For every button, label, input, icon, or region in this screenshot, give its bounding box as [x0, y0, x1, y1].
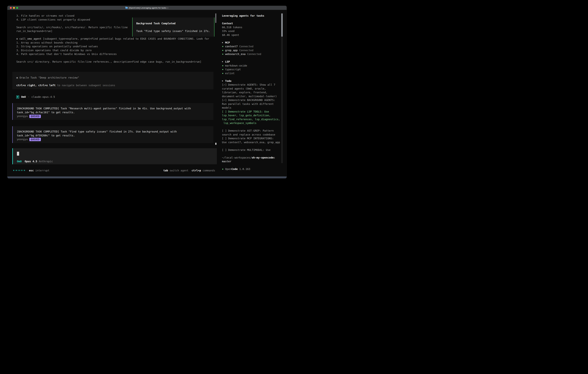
task-message-line: task_id="bg_dcfac161" to get results. [17, 111, 213, 114]
todo-line-active: [ ] Demonstrate LSP TOOLS: Use [222, 110, 282, 114]
status-dot-icon [222, 73, 223, 74]
terminal-line: 4. Path operations that don't handle Win… [16, 52, 215, 56]
version-line: OpenCode1.0.163 [222, 167, 282, 171]
hint-keys: ctrl+x right, ctrl+x left [16, 84, 56, 87]
terminal-line: 3. Division operations that could divide… [16, 48, 215, 52]
todo-line-done: Run parallel tasks with different [222, 102, 282, 106]
status-dot-icon [222, 46, 223, 47]
desktop: [OpenCode] Leveraging agents for tasks◐ … [0, 0, 294, 187]
task-meta-line: yeongyuQUEUED [17, 137, 213, 141]
mcp-item-name: grep_app [225, 49, 238, 52]
input-agent: OmO [17, 160, 22, 163]
input-provider: Anthropic [39, 160, 53, 163]
lsp-section-header: ▼LSP [222, 60, 282, 64]
window-bottom-edge [7, 177, 287, 178]
toast-title: Background Task Completed [136, 21, 214, 25]
blank-line [136, 25, 214, 29]
task-author: yeongyu [17, 114, 28, 118]
window-title-text: [OpenCode] Leveraging agents for tasks [129, 7, 166, 9]
todo-line-done: curated agents (OmO, oracle, [222, 87, 282, 91]
record-icon: ◉ [16, 76, 18, 79]
status-dot-icon [222, 65, 223, 66]
workspace-repo: oh-my-opencode: [252, 156, 275, 159]
input-meta: OmOOpus 4.5Anthropic [17, 159, 53, 163]
traffic-lights [10, 6, 18, 10]
prompt-input[interactable]: OmOOpus 4.5Anthropic [12, 148, 217, 164]
workspace-path: ~/local-workspaces/oh-my-opencode: [222, 156, 282, 160]
hint-text: to navigate between subagent sessions [56, 84, 115, 87]
toast-body: Task "Find type safety issues" finished … [136, 29, 214, 33]
oracle-task-box: ◉Oracle Task "Deep architecture review" … [12, 72, 213, 89]
spinner-dots-icon [13, 170, 25, 171]
todo-line-pending: search and replace across codebase [222, 133, 282, 137]
lsp-heading: LSP [225, 60, 230, 63]
todo-line-pending: [ ] Demonstrate AST-GREP: Pattern [222, 129, 282, 133]
status-dot-icon [222, 54, 223, 55]
mcp-item-name: websearch_exa [225, 52, 246, 55]
collapse-triangle-icon: ▼ [222, 60, 223, 64]
session-indicator-icon: ◐ [168, 7, 168, 9]
status-badge: QUEUED [29, 138, 41, 141]
todo-line-done: [✓] Demonstrate AGENTS: Show all 7 [222, 83, 282, 87]
tool-call-line: ⚙call_omo_agent[subagent_type=explore, p… [16, 37, 215, 41]
task-meta-line: yeongyuQUEUED [17, 114, 213, 118]
blank-line [16, 56, 215, 60]
sidebar: Leveraging agents for tasks Context 66,5… [222, 14, 282, 171]
status-dot-icon [222, 50, 223, 51]
mcp-item-status: Connected [239, 45, 253, 48]
todo-line-done: models [222, 106, 282, 110]
mcp-item-name: context7 [225, 45, 238, 48]
agent-header: OmO·claude-opus-4-5 [16, 95, 215, 99]
context-tokens: 66,518 tokens [222, 25, 282, 29]
workspace-path-prefix: ~/local-workspaces/ [222, 156, 252, 159]
lsp-item: typescript [222, 68, 282, 72]
tab-key-hint: tab [163, 169, 168, 172]
background-task-message: [BACKGROUND TASK COMPLETED] Task "Find t… [12, 126, 213, 143]
mcp-item: context7Connected [222, 44, 282, 48]
status-bar: escinterrupt tabswitch agentctrl+pcomman… [13, 168, 215, 172]
lsp-item: eslint [222, 72, 282, 75]
gear-icon: ⚙ [16, 37, 18, 40]
main-scrollbar[interactable] [215, 6, 216, 178]
workspace-branch: master [222, 159, 282, 163]
terminal-line: 2. String operations on potentially unde… [16, 44, 215, 48]
lsp-item-name: eslint [225, 72, 234, 75]
tab-key-label: switch agent [169, 169, 188, 172]
close-button[interactable] [10, 7, 12, 9]
oracle-hint-line: ctrl+x right, ctrl+x left to navigate be… [16, 83, 213, 87]
titlebar: [OpenCode] Leveraging agents for tasks◐ [7, 6, 287, 10]
maximize-button[interactable] [16, 7, 18, 9]
mcp-item: websearch_exaConnected [222, 52, 282, 56]
blank-line [222, 37, 282, 41]
status-right: tabswitch agentctrl+pcommands [163, 169, 215, 172]
toast-notification: Background Task Completed Task "Find typ… [132, 18, 214, 37]
main-scrollbar-thumb[interactable] [215, 13, 216, 23]
blank-line [222, 56, 282, 60]
agent-name: OmO [21, 95, 26, 99]
minimize-button[interactable] [13, 7, 15, 9]
separator-dot: · [28, 95, 30, 99]
session-title: Leveraging agents for tasks [222, 14, 282, 18]
opencode-window: [OpenCode] Leveraging agents for tasks◐ … [7, 6, 287, 178]
task-message-line: [BACKGROUND TASK COMPLETED] Task "Find t… [17, 130, 213, 134]
task-message-line: task_id="bg_6f59260c" to get results. [17, 134, 213, 137]
status-left: escinterrupt [13, 169, 50, 172]
context-heading: Context [222, 21, 282, 25]
todo-line-pending: Use context7, websearch_exa, grep_app [222, 140, 282, 144]
folder-icon [126, 7, 128, 9]
tool-call-name: call_omo_agent [19, 37, 41, 40]
context-used: 33% used [222, 29, 282, 33]
input-model: Opus 4.5 [25, 160, 37, 163]
mcp-item-status: Connected [239, 49, 253, 52]
collapse-triangle-icon: ▼ [222, 79, 223, 83]
lsp-item-name: markdown-oxide [225, 64, 247, 67]
todo-line-pending: [ ] Demonstrate MCP INTEGRATIONS: [222, 136, 282, 140]
terminal-line: 3. File handles or streams not closed [16, 14, 215, 18]
window-title: [OpenCode] Leveraging agents for tasks◐ [7, 7, 287, 9]
todo-line-active: lsp_hover, lsp_goto_definition, [222, 114, 282, 117]
sidebar-scrollbar[interactable] [281, 6, 283, 178]
version-prefix: Open [225, 167, 231, 170]
sidebar-scrollbar-thumb[interactable] [281, 13, 283, 37]
blank-line [222, 163, 282, 167]
main-scrollbar-marker[interactable] [215, 143, 216, 145]
